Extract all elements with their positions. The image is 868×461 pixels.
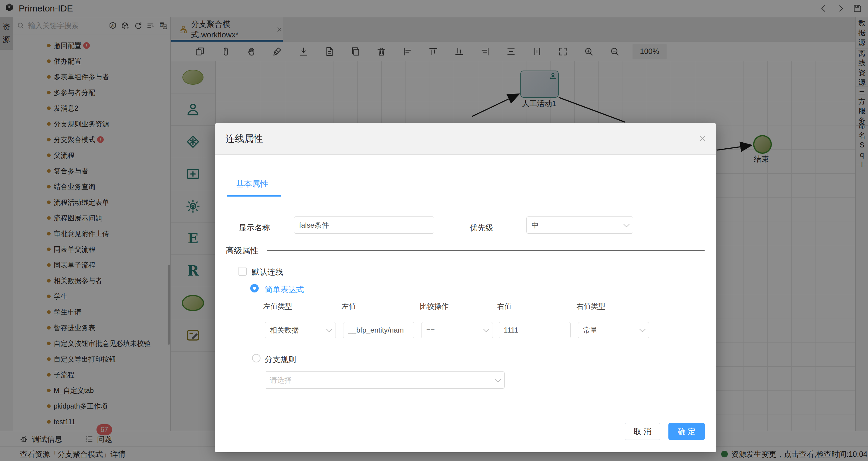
- default-line-label: 默认连线: [252, 267, 283, 277]
- simple-expression-label: 简单表达式: [265, 284, 304, 295]
- expression-field-label: 左值: [342, 302, 356, 311]
- connection-properties-dialog: 连线属性 基本属性 显示名称 优先级 中 高级属性 默认连线 简单表达式 分支规…: [215, 123, 716, 452]
- expression-select[interactable]: 常量: [578, 322, 649, 338]
- branch-rule-select[interactable]: 请选择: [265, 371, 505, 389]
- field-input[interactable]: [504, 326, 566, 334]
- cancel-button[interactable]: 取 消: [625, 423, 660, 440]
- chevron-down-icon: [640, 326, 646, 332]
- chevron-down-icon: [326, 326, 332, 332]
- default-line-checkbox[interactable]: [238, 267, 247, 276]
- display-name-label: 显示名称: [239, 222, 270, 233]
- chevron-down-icon: [623, 221, 629, 227]
- select-value: ==: [426, 326, 435, 334]
- branch-rule-placeholder: 请选择: [270, 375, 291, 385]
- dialog-header: 连线属性: [215, 123, 716, 155]
- priority-label: 优先级: [470, 222, 493, 233]
- tab-basic-properties[interactable]: 基本属性: [236, 179, 268, 189]
- chevron-down-icon: [495, 376, 501, 382]
- expression-select[interactable]: ==: [421, 322, 493, 338]
- expression-field-label: 比较操作: [420, 302, 448, 311]
- tab-divider-line: [227, 196, 705, 196]
- advanced-section-line: [267, 250, 705, 250]
- dialog-title: 连线属性: [225, 123, 263, 154]
- expression-input[interactable]: [343, 322, 414, 338]
- priority-value: 中: [531, 220, 539, 230]
- advanced-section-label: 高级属性: [226, 245, 258, 256]
- select-value: 相关数据: [270, 325, 299, 335]
- branch-rule-label: 分支规则: [265, 354, 296, 365]
- expression-select[interactable]: 相关数据: [265, 322, 336, 338]
- dialog-close-icon[interactable]: [698, 134, 707, 144]
- branch-rule-radio[interactable]: [252, 354, 260, 362]
- select-value: 常量: [583, 325, 597, 335]
- expression-field-label: 左值类型: [263, 302, 292, 311]
- display-name-field[interactable]: [294, 216, 434, 234]
- expression-field-label: 右值: [497, 302, 512, 311]
- expression-field-label: 右值类型: [577, 302, 606, 311]
- expression-input[interactable]: [499, 322, 571, 338]
- simple-expression-radio[interactable]: [250, 284, 259, 293]
- priority-select[interactable]: 中: [526, 216, 633, 234]
- primeton-ide-window: Primeton-IDE 资 源 AIEn文 撤回配置!催办配置多表单组件参与者…: [0, 0, 868, 461]
- field-input[interactable]: [348, 326, 409, 334]
- ok-button[interactable]: 确 定: [669, 423, 705, 440]
- display-name-input[interactable]: [299, 221, 429, 229]
- chevron-down-icon: [483, 326, 489, 332]
